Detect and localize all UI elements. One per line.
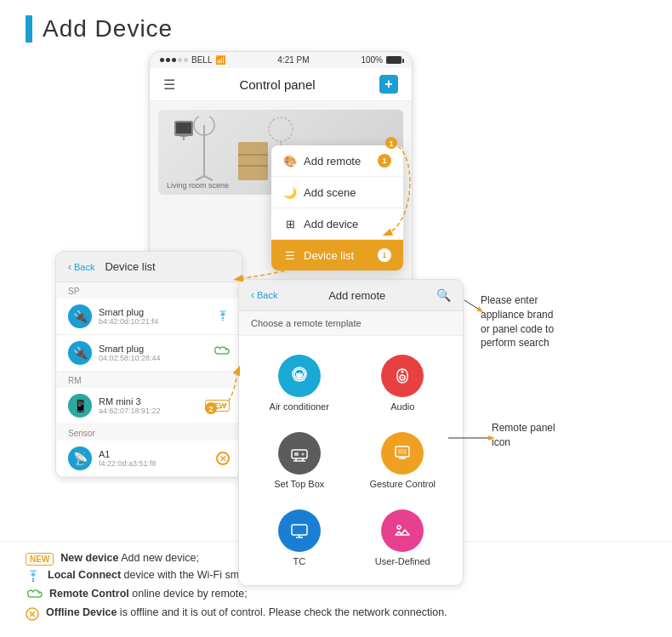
device-item-rm-mini3[interactable]: 📱 RM mini 3 a4:62:07:18:91:22 NEW	[56, 388, 242, 424]
remote-subtitle: Choose a remote template	[239, 311, 463, 336]
device-status-offline-a1: ✕	[216, 452, 230, 465]
device-item-smart-plug-1[interactable]: 🔌 Smart plug b4:42:0d:10:21:f4	[56, 299, 242, 335]
svg-line-3	[204, 176, 213, 180]
device-status-new-rm: NEW	[205, 400, 230, 412]
svg-rect-24	[294, 452, 299, 456]
battery-icon	[386, 56, 401, 64]
hamburger-icon[interactable]: ☰	[163, 77, 175, 93]
device-list-header: ‹ Back Device list	[56, 252, 242, 282]
dropdown-add-device[interactable]: ⊞ Add device	[271, 208, 403, 240]
svg-line-2	[196, 176, 204, 180]
svg-point-25	[301, 453, 304, 456]
back-chevron-icon: ‹	[68, 261, 71, 273]
svg-point-17	[222, 320, 224, 321]
remote-grid: Air conditioner Audio Set Top Box Gestur…	[239, 336, 463, 585]
device-mac-a1: f4:22:0d:a3:51:f8	[99, 459, 209, 468]
remote-search-icon[interactable]: 🔍	[436, 288, 451, 302]
remote-item-ac[interactable]: Air conditioner	[248, 344, 351, 422]
back-label: Back	[74, 262, 94, 272]
section-sensor: Sensor	[56, 424, 242, 441]
add-remote-badge: 1	[378, 154, 391, 168]
page-header: Add Device	[0, 0, 672, 51]
annotation-search-hint: Please enterappliance brandor panel code…	[481, 293, 638, 350]
annotation-remote-panel-icon: Remote panelicon	[492, 421, 628, 450]
stb-label: Set Top Box	[274, 479, 324, 489]
svg-rect-23	[292, 450, 307, 458]
panel-title: Control panel	[239, 77, 315, 92]
svg-rect-32	[398, 449, 407, 454]
device-item-smart-plug-2[interactable]: 🔌 Smart plug 04:02:58:10:28:44	[56, 335, 242, 372]
device-item-a1[interactable]: 📡 A1 f4:22:0d:a3:51:f8 ✕	[56, 441, 242, 477]
legend-cloud-icon	[26, 589, 43, 603]
battery-label: 100%	[361, 55, 383, 65]
tc-icon	[278, 509, 321, 552]
svg-point-21	[401, 377, 403, 378]
remote-back-label: Back	[257, 290, 277, 300]
add-remote-back-btn[interactable]: ‹ Back	[251, 289, 277, 301]
room-label: Living room scene	[167, 181, 229, 190]
gesture-label: Gesture Control	[369, 479, 436, 489]
device-list-label: Device list	[304, 249, 354, 262]
header-accent	[26, 15, 32, 43]
gesture-icon	[381, 432, 424, 475]
page-title: Add Device	[43, 15, 173, 43]
device-list-badge: 1	[378, 248, 391, 262]
device-icon-rm: 📱	[68, 394, 92, 418]
remote-item-stb[interactable]: Set Top Box	[248, 422, 351, 499]
device-list-icon: ☰	[283, 248, 297, 262]
user-defined-label: User-Defined	[375, 556, 430, 566]
wifi-icon: 📶	[215, 55, 225, 65]
section-rm: RM	[56, 372, 242, 388]
time-label: 4:21 PM	[277, 55, 309, 65]
dropdown-device-list[interactable]: ☰ Device list 1	[271, 240, 403, 270]
legend-new-badge: NEW	[26, 553, 54, 566]
remote-item-audio[interactable]: Audio	[351, 344, 455, 422]
svg-point-7	[269, 117, 293, 141]
device-icon-a1: 📡	[68, 446, 92, 470]
device-name-rm: RM mini 3	[99, 396, 198, 407]
device-mac-2: 04:02:58:10:28:44	[99, 354, 206, 362]
add-remote-title: Add remote	[328, 289, 385, 302]
device-icon-plug1: 🔌	[68, 304, 92, 328]
main-area: BELL 📶 4:21 PM 100% ☰ Control panel +	[0, 51, 672, 612]
user-defined-icon	[381, 509, 424, 552]
remote-item-tc[interactable]: TC	[248, 499, 351, 577]
add-device-icon: ⊞	[283, 217, 297, 230]
legend-cloud-bold: Remote Control	[49, 588, 129, 600]
add-remote-panel: ‹ Back Add remote 🔍 Choose a remote temp…	[238, 279, 464, 586]
legend-offline-bold: Offline Device	[46, 606, 117, 618]
section-sp: SP	[56, 282, 242, 299]
legend-wifi-icon	[26, 570, 41, 584]
remote-item-user-defined[interactable]: User-Defined	[351, 499, 455, 577]
carrier-label: BELL	[191, 55, 212, 65]
legend-wifi-bold: Local Connect	[48, 569, 121, 581]
device-icon-plug2: 🔌	[68, 341, 92, 365]
device-list-back-btn[interactable]: ‹ Back	[68, 261, 94, 273]
legend-item-cloud: Remote Control online device by remote;	[26, 588, 646, 603]
add-remote-header: ‹ Back Add remote 🔍	[239, 280, 463, 311]
add-scene-label: Add scene	[304, 186, 356, 199]
phone-navbar: ☰ Control panel +	[150, 68, 412, 101]
add-button[interactable]: +	[379, 75, 398, 94]
tc-label: TC	[293, 556, 305, 566]
svg-point-36	[397, 526, 401, 529]
device-mac-rm: a4:62:07:18:91:22	[99, 407, 198, 415]
audio-icon	[381, 355, 424, 397]
add-scene-icon: 🌙	[283, 185, 297, 199]
device-name-1: Smart plug	[99, 307, 209, 317]
add-remote-label: Add remote	[304, 155, 361, 168]
dropdown-add-remote[interactable]: 🎨 Add remote 1	[271, 145, 403, 177]
legend-offline-icon	[26, 607, 39, 623]
svg-rect-4	[238, 142, 268, 180]
svg-line-43	[464, 300, 481, 310]
device-status-wifi1	[216, 310, 230, 323]
dropdown-add-scene[interactable]: 🌙 Add scene	[271, 177, 403, 208]
legend-new-bold: New device	[60, 552, 118, 564]
svg-point-22	[401, 371, 404, 373]
dropdown-menu: 🎨 Add remote 1 🌙 Add scene ⊞ Add device …	[271, 145, 403, 270]
status-bar: BELL 📶 4:21 PM 100%	[150, 52, 412, 68]
svg-point-45	[32, 580, 34, 582]
device-status-cloud2	[213, 345, 230, 361]
device-mac-1: b4:42:0d:10:21:f4	[99, 317, 209, 326]
remote-item-gesture[interactable]: Gesture Control	[351, 422, 455, 499]
